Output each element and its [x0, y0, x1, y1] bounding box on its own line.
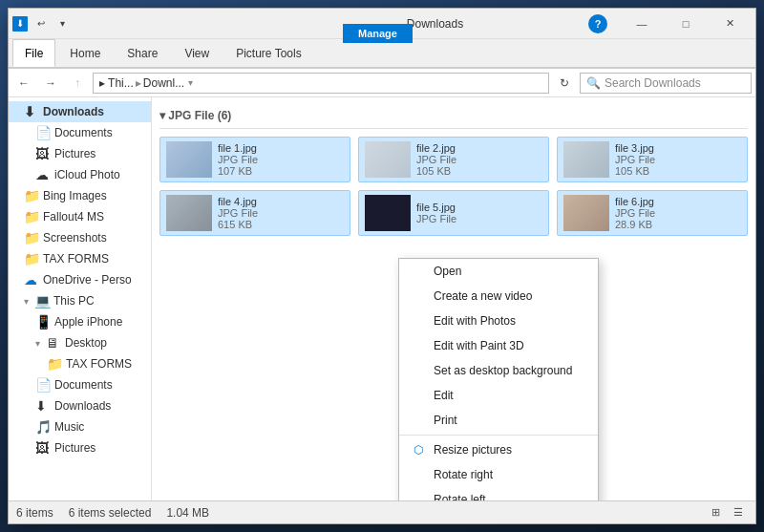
file-item-4[interactable]: file 4.jpg JPG File 615 KB	[159, 190, 350, 236]
sidebar-item-music[interactable]: 🎵 Music	[9, 416, 151, 437]
cm-open[interactable]: Open	[399, 259, 598, 284]
forward-button[interactable]: →	[39, 72, 62, 95]
file-item-2[interactable]: file 2.jpg JPG File 105 KB	[358, 137, 549, 182]
qa-btn-2[interactable]: ▾	[53, 14, 72, 33]
tab-file[interactable]: File	[12, 39, 55, 67]
up-button[interactable]: ↑	[66, 72, 89, 95]
cm-rotate-right[interactable]: Rotate right	[399, 462, 598, 487]
sidebar-label-downloads: Downloads	[43, 105, 104, 118]
sidebar-item-pictures[interactable]: 🖼 Pictures	[9, 143, 151, 164]
maximize-button[interactable]: □	[664, 9, 708, 39]
sidebar-item-downloads[interactable]: ⬇ Downloads	[9, 101, 151, 122]
tab-share[interactable]: Share	[115, 39, 170, 67]
file-type-5: JPG File	[416, 213, 542, 224]
cm-edit-paint3d[interactable]: Edit with Paint 3D	[399, 333, 598, 358]
file-item-1[interactable]: file 1.jpg JPG File 107 KB	[159, 137, 350, 182]
close-button[interactable]: ✕	[708, 9, 752, 39]
sidebar-item-taxforms[interactable]: 📁 TAX FORMS	[9, 248, 151, 269]
status-bar: 6 items 6 items selected 1.04 MB ⊞ ☰	[9, 500, 755, 523]
sidebar-item-bing[interactable]: 📁 Bing Images	[9, 185, 151, 206]
sidebar-item-onedrive[interactable]: ☁ OneDrive - Perso	[9, 269, 151, 290]
cm-edit-paint3d-label: Edit with Paint 3D	[434, 339, 586, 352]
qa-btn-1[interactable]: ↩	[32, 14, 51, 33]
sidebar-item-taxforms2[interactable]: 📁 TAX FORMS	[9, 353, 151, 374]
desktop-icon: 🖥	[46, 335, 61, 351]
sidebar-label-thispc: This PC	[53, 294, 95, 308]
cm-edit-paint3d-icon	[411, 338, 426, 353]
icloud-icon: ☁	[35, 167, 51, 182]
view-list-button[interactable]: ☰	[729, 503, 748, 522]
file-info-5: file 5.jpg JPG File	[416, 202, 542, 224]
file-grid: file 1.jpg JPG File 107 KB file 2.jpg JP…	[159, 137, 748, 236]
view-grid-button[interactable]: ⊞	[706, 503, 725, 522]
file-info-6: file 6.jpg JPG File 28.9 KB	[615, 196, 741, 230]
cm-resize-label: Resize pictures	[434, 443, 586, 457]
cm-set-desktop[interactable]: Set as desktop background	[399, 358, 598, 383]
cm-edit-photos[interactable]: Edit with Photos	[399, 309, 598, 333]
taxforms2-icon: 📁	[47, 356, 62, 372]
file-group-header: ▾ JPG File (6)	[159, 105, 748, 129]
downloads2-icon: ⬇	[35, 398, 51, 414]
back-button[interactable]: ←	[12, 72, 35, 95]
cm-resize[interactable]: ⬡ Resize pictures	[399, 437, 598, 462]
search-box[interactable]: 🔍 Search Downloads	[580, 73, 752, 94]
file-item-6[interactable]: file 6.jpg JPG File 28.9 KB	[557, 190, 748, 236]
crumb-downloads[interactable]: Downl...	[143, 76, 184, 90]
file-name-6: file 6.jpg	[615, 196, 741, 207]
thumb-3	[563, 141, 609, 178]
sidebar-item-pictures2[interactable]: 🖼 Pictures	[9, 437, 151, 458]
main-content: ⬇ Downloads 📄 Documents 🖼 Pictures ☁ iCl…	[9, 97, 755, 500]
file-name-4: file 4.jpg	[218, 196, 344, 207]
file-info-2: file 2.jpg JPG File 105 KB	[416, 142, 542, 177]
bing-icon: 📁	[24, 188, 39, 203]
sidebar-label-bing: Bing Images	[43, 189, 107, 202]
sidebar-label-documents: Documents	[54, 126, 113, 139]
cm-print[interactable]: Print	[399, 408, 598, 433]
file-item-5[interactable]: file 5.jpg JPG File	[358, 190, 549, 236]
crumb-this-pc[interactable]: ▸ Thi...	[99, 76, 134, 90]
group-chevron[interactable]: ▾	[159, 109, 168, 122]
tab-view[interactable]: View	[172, 39, 222, 67]
title-bar: ⬇ ↩ ▾ Manage Downloads ? — □ ✕	[9, 9, 755, 39]
sidebar-item-fallout[interactable]: 📁 Fallout4 MS	[9, 206, 151, 227]
search-placeholder: Search Downloads	[605, 76, 701, 90]
path-dropdown[interactable]: ▾	[188, 77, 193, 88]
file-item-3[interactable]: file 3.jpg JPG File 105 KB	[557, 137, 748, 182]
address-bar: ← → ↑ ▸ Thi... ▸ Downl... ▾ ↻ 🔍 Search D…	[9, 69, 755, 97]
cm-rotate-left[interactable]: Rotate left	[399, 487, 598, 500]
tab-picture-tools[interactable]: Picture Tools	[223, 39, 313, 67]
sidebar-item-documents[interactable]: 📄 Documents	[9, 122, 151, 143]
selected-size: 1.04 MB	[166, 506, 209, 520]
sidebar-item-documents2[interactable]: 📄 Documents	[9, 374, 151, 395]
sidebar-item-iphone[interactable]: 📱 Apple iPhone	[9, 311, 151, 332]
screenshots-icon: 📁	[24, 230, 39, 245]
tab-home[interactable]: Home	[57, 39, 113, 67]
file-type-6: JPG File	[615, 207, 741, 219]
sidebar-item-icloud[interactable]: ☁ iCloud Photo	[9, 164, 151, 185]
thumb-5	[365, 195, 411, 231]
refresh-button[interactable]: ↻	[553, 72, 576, 95]
window-controls: ? — □ ✕	[576, 9, 752, 39]
sidebar-item-desktop[interactable]: ▾ 🖥 Desktop	[9, 332, 151, 353]
cm-edit-label: Edit	[434, 389, 586, 402]
cm-create-video[interactable]: Create a new video	[399, 284, 598, 309]
minimize-button[interactable]: —	[620, 9, 664, 39]
cm-rotate-left-label: Rotate left	[434, 493, 586, 500]
help-button[interactable]: ?	[576, 9, 620, 39]
sidebar-section-quick: ⬇ Downloads 📄 Documents 🖼 Pictures ☁ iCl…	[9, 101, 151, 458]
cm-edit[interactable]: Edit	[399, 383, 598, 408]
sidebar-item-downloads2[interactable]: ⬇ Downloads	[9, 395, 151, 416]
sidebar-item-thispc[interactable]: ▾ 💻 This PC	[9, 290, 151, 311]
search-icon: 🔍	[586, 76, 601, 90]
sidebar-label-pictures2: Pictures	[54, 441, 96, 455]
pictures-icon: 🖼	[35, 146, 51, 161]
file-info-1: file 1.jpg JPG File 107 KB	[218, 142, 344, 177]
cm-resize-icon: ⬡	[411, 442, 426, 458]
address-path[interactable]: ▸ Thi... ▸ Downl... ▾	[93, 73, 549, 94]
cm-open-icon	[411, 264, 426, 279]
thispc-chevron: ▾	[24, 296, 29, 307]
manage-tab[interactable]: Manage	[343, 24, 413, 43]
thumb-1	[166, 141, 212, 178]
sidebar-item-screenshots[interactable]: 📁 Screenshots	[9, 227, 151, 248]
file-size-6: 28.9 KB	[615, 219, 741, 230]
